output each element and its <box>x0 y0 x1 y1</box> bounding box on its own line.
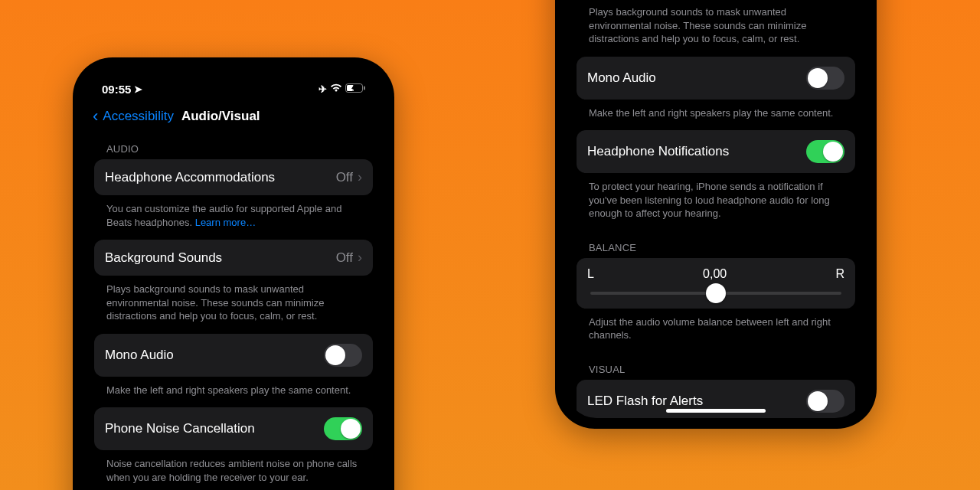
cell-footer: To protect your hearing, iPhone sends a … <box>577 178 855 231</box>
page-title: Audio/Visual <box>181 109 260 124</box>
cell-phone-noise-cancellation: Phone Noise Cancellation <box>94 407 373 450</box>
cell-label: Background Sounds <box>105 250 222 266</box>
cell-footer: Make the left and right speakers play th… <box>577 104 855 131</box>
cell-footer: Noise cancellation reduces ambient noise… <box>94 455 373 490</box>
cell-headphone-notifications: Headphone Notifications <box>577 130 855 173</box>
chevron-back-icon[interactable]: ‹ <box>93 108 98 125</box>
cell-footer: Plays background sounds to mask unwanted… <box>94 280 373 334</box>
learn-more-link[interactable]: Learn more… <box>195 217 256 228</box>
screen-right: Plays background sounds to mask unwanted… <box>566 0 866 418</box>
cell-label: Headphone Notifications <box>587 144 729 159</box>
cell-headphone-accommodations[interactable]: Headphone Accommodations Off › <box>94 159 373 195</box>
airplane-icon: ✈︎ <box>318 83 327 95</box>
cell-value: Off <box>336 250 353 266</box>
cell-mono-audio: Mono Audio <box>94 334 373 377</box>
cell-label: Headphone Accommodations <box>105 170 275 185</box>
back-button[interactable]: Accessibility <box>103 109 174 124</box>
battery-icon <box>345 83 365 95</box>
home-indicator[interactable] <box>666 409 766 413</box>
wifi-icon <box>330 83 342 95</box>
cell-label: LED Flash for Alerts <box>587 394 703 409</box>
cell-footer: Plays background sounds to mask unwanted… <box>577 3 855 57</box>
svg-rect-2 <box>364 86 365 90</box>
toggle-mono-audio[interactable] <box>806 67 844 90</box>
section-header-balance: BALANCE <box>577 231 855 258</box>
balance-value: 0,00 <box>594 267 836 281</box>
cell-footer: Make the left and right speakers play th… <box>94 381 373 408</box>
location-icon: ➤ <box>134 83 142 95</box>
toggle-noise-cancellation[interactable] <box>324 417 362 440</box>
chevron-right-icon: › <box>358 169 362 185</box>
cell-mono-audio: Mono Audio <box>577 57 855 100</box>
balance-left-label: L <box>587 267 594 281</box>
cell-label: Mono Audio <box>587 70 656 86</box>
toggle-headphone-notifications[interactable] <box>806 140 844 163</box>
phone-right: Plays background sounds to mask unwanted… <box>555 0 877 429</box>
section-header-audio: AUDIO <box>94 132 373 159</box>
toggle-mono-audio[interactable] <box>324 344 362 367</box>
section-header-visual: VISUAL <box>577 353 855 380</box>
nav-bar: ‹ Accessibility Audio/Visual <box>83 102 384 132</box>
screen-left: 09:55 ➤ ✈︎ ‹ Accessibility Audio/Visual … <box>83 68 384 490</box>
cell-footer: You can customize the audio for supporte… <box>94 200 373 240</box>
phone-left: 09:55 ➤ ✈︎ ‹ Accessibility Audio/Visual … <box>73 57 394 490</box>
cell-footer: Adjust the audio volume balance between … <box>577 313 855 353</box>
cell-background-sounds[interactable]: Background Sounds Off › <box>94 240 373 276</box>
chevron-right-icon: › <box>358 250 362 266</box>
toggle-led-flash[interactable] <box>806 390 844 413</box>
balance-slider[interactable] <box>590 292 841 295</box>
cell-label: Mono Audio <box>105 348 174 363</box>
cell-label: Phone Noise Cancellation <box>105 421 255 436</box>
cell-value: Off <box>336 170 353 185</box>
balance-right-label: R <box>835 267 844 281</box>
cell-balance: L 0,00 R <box>577 258 855 309</box>
notch <box>165 68 302 90</box>
status-time: 09:55 <box>102 83 131 96</box>
slider-thumb[interactable] <box>706 283 726 303</box>
